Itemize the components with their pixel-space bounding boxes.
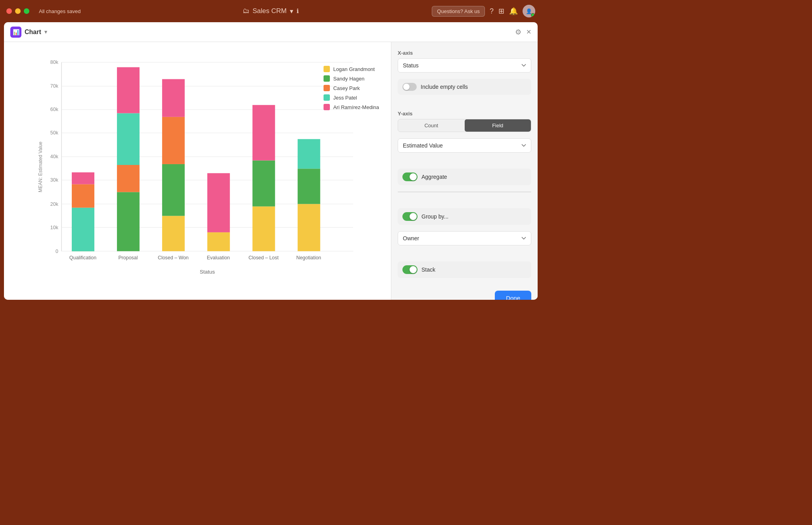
bar-prop-ari [117, 67, 140, 113]
app-title-area: 🗂 Sales CRM ▾ ℹ [243, 7, 299, 15]
min-button[interactable]: Min [431, 192, 465, 192]
legend-item-logan: Logan Grandmont [324, 66, 379, 72]
legend-swatch-jess [324, 94, 330, 101]
bar-qual-ari [72, 172, 94, 184]
xaxis-select[interactable]: Status Owner Stage [398, 58, 531, 73]
legend-swatch-sandy [324, 75, 330, 82]
legend-label-jess: Jess Patel [333, 95, 357, 101]
max-button[interactable]: Max [465, 192, 498, 192]
legend-item-casey: Casey Park [324, 85, 379, 91]
bar-cw-logan [162, 216, 185, 251]
bar-cl-sandy [253, 161, 275, 207]
sum-button[interactable]: Sum [398, 192, 431, 192]
svg-text:60k: 60k [50, 107, 59, 112]
svg-text:10k: 10k [50, 225, 59, 230]
ask-us-button[interactable]: Questions? Ask us [432, 6, 485, 17]
svg-text:0: 0 [56, 249, 58, 254]
include-empty-cells-toggle[interactable] [402, 83, 417, 91]
legend-swatch-logan [324, 66, 330, 72]
svg-text:Closed – Lost: Closed – Lost [249, 255, 279, 261]
legend-swatch-casey [324, 85, 330, 91]
yaxis-type-group: Count Field [398, 119, 531, 132]
svg-text:20k: 20k [50, 201, 59, 207]
bar-cw-sandy [162, 164, 185, 216]
bar-neg-jess [298, 139, 320, 169]
bar-qual-jess [72, 208, 94, 251]
bar-prop-casey [117, 165, 140, 192]
yaxis-section: Y-axis Count Field [398, 111, 531, 132]
svg-text:Qualification: Qualification [69, 255, 96, 261]
mean-button[interactable]: Mean [498, 192, 531, 192]
bar-cw-ari [162, 79, 185, 117]
stack-row: Stack [398, 261, 531, 278]
close-icon[interactable]: ✕ [526, 28, 531, 36]
maximize-window-button[interactable] [24, 8, 29, 14]
panel-title-dropdown-icon[interactable]: ▾ [44, 29, 47, 35]
group-by-toggle[interactable] [402, 212, 417, 221]
bar-qual-casey2 [72, 184, 94, 208]
group-by-label: Group by... [421, 213, 448, 220]
notifications-icon[interactable]: 🔔 [509, 7, 518, 15]
panel-title-text: Chart [25, 29, 41, 36]
group-by-row: Group by... [398, 208, 531, 225]
settings-icon[interactable]: ⚙ [515, 28, 521, 36]
legend-swatch-ari [324, 104, 330, 110]
grid-icon[interactable]: ⊞ [498, 7, 504, 15]
app-title: Sales CRM [253, 7, 287, 15]
bar-neg-sandy [298, 169, 320, 204]
svg-text:Proposal: Proposal [118, 255, 138, 261]
avatar[interactable]: 👤 [523, 5, 535, 17]
help-icon[interactable]: ? [490, 7, 494, 15]
panel-header-right: ⚙ ✕ [515, 28, 531, 36]
bar-prop-jess [117, 113, 140, 165]
bar-eval-ari [207, 173, 230, 232]
legend-label-casey: Casey Park [333, 85, 360, 91]
autosave-status: All changes saved [39, 8, 81, 14]
legend-label-sandy: Sandy Hagen [333, 76, 364, 82]
bar-cl-ari [253, 105, 275, 161]
chart-settings-sidebar: X-axis Status Owner Stage Include empty … [391, 42, 538, 300]
bar-cl-logan [253, 207, 275, 251]
xaxis-section: X-axis Status Owner Stage [398, 50, 531, 73]
legend-item-jess: Jess Patel [324, 94, 379, 101]
svg-text:40k: 40k [50, 154, 59, 159]
include-empty-cells-row: Include empty cells [398, 79, 531, 95]
aggregate-row: Aggregate [398, 169, 531, 185]
close-window-button[interactable] [6, 8, 12, 14]
svg-text:30k: 30k [50, 177, 59, 183]
done-button[interactable]: Done [495, 291, 531, 300]
group-by-select[interactable]: Owner Status Stage [398, 231, 531, 245]
app-icon: 🗂 [243, 7, 249, 15]
stack-toggle[interactable] [402, 265, 417, 274]
chart-container: MEAN: Estimated Value [12, 50, 383, 284]
titlebar: All changes saved 🗂 Sales CRM ▾ ℹ Questi… [0, 0, 542, 22]
chart-area: MEAN: Estimated Value [4, 42, 391, 300]
window-controls[interactable] [6, 8, 29, 14]
field-button[interactable]: Field [465, 119, 531, 132]
minimize-window-button[interactable] [15, 8, 21, 14]
app-title-dropdown-icon[interactable]: ▾ [290, 7, 293, 15]
panel-title-area: 📊 Chart ▾ [10, 27, 47, 38]
svg-text:50k: 50k [50, 130, 59, 136]
chart-legend: Logan Grandmont Sandy Hagen Casey Park J… [324, 66, 379, 110]
xaxis-label: X-axis [398, 50, 531, 56]
yaxis-label: Y-axis [398, 111, 531, 117]
aggregate-label: Aggregate [421, 174, 447, 180]
bar-eval-logan [207, 232, 230, 251]
titlebar-actions: Questions? Ask us ? ⊞ 🔔 👤 [432, 5, 535, 17]
legend-label-logan: Logan Grandmont [333, 66, 375, 72]
include-empty-cells-label: Include empty cells [421, 84, 468, 90]
stack-label: Stack [421, 266, 435, 273]
bar-neg-logan [298, 204, 320, 251]
avatar-online-dot [531, 13, 535, 17]
aggregate-type-group: Sum Min Max Mean [398, 192, 531, 192]
bar-prop-sandy [117, 192, 140, 251]
svg-text:70k: 70k [50, 83, 59, 89]
count-button[interactable]: Count [398, 119, 465, 132]
aggregate-toggle[interactable] [402, 172, 417, 181]
svg-text:80k: 80k [50, 59, 59, 65]
app-info-icon[interactable]: ℹ [297, 8, 299, 15]
legend-item-ari: Ari Ramírez-Medina [324, 104, 379, 110]
chart-panel-icon: 📊 [10, 27, 21, 38]
field-select[interactable]: Estimated Value Deal Size Probability [398, 138, 531, 153]
